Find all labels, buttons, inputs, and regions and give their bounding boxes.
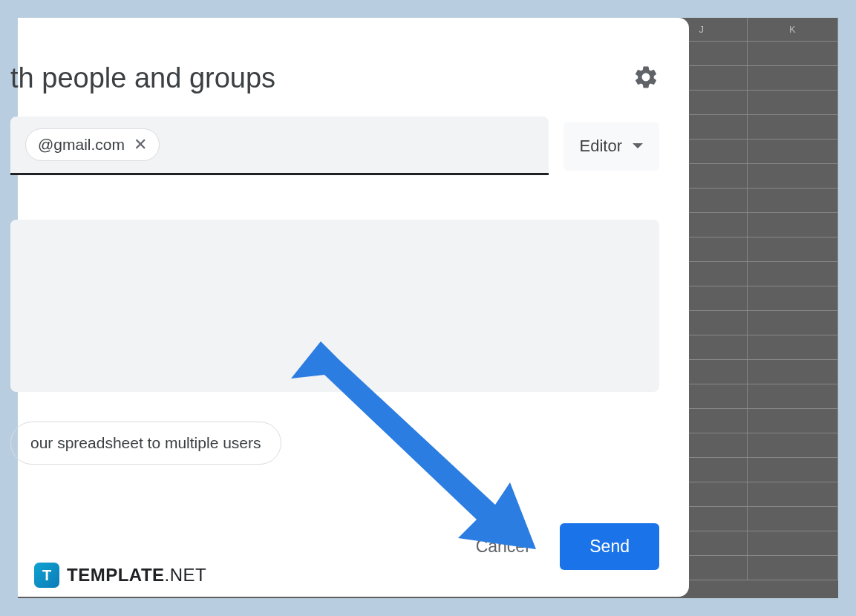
spreadsheet-cell[interactable] xyxy=(748,360,839,384)
spreadsheet-cell[interactable] xyxy=(748,507,839,531)
spreadsheet-cell[interactable] xyxy=(748,458,839,482)
watermark-text: TEMPLATE.NET xyxy=(67,565,206,586)
role-dropdown[interactable]: Editor xyxy=(563,122,659,171)
watermark: T TEMPLATE.NET xyxy=(34,563,206,588)
cancel-button[interactable]: Cancel xyxy=(463,526,543,567)
spreadsheet-cell[interactable] xyxy=(748,115,839,140)
notify-text: our spreadsheet to multiple users xyxy=(30,434,261,451)
email-chip[interactable]: @gmail.com ✕ xyxy=(25,128,160,161)
chevron-down-icon xyxy=(633,143,643,148)
spreadsheet-cell[interactable] xyxy=(748,262,839,286)
column-header-k[interactable]: K xyxy=(748,18,839,42)
dialog-title: th people and groups xyxy=(10,62,275,94)
email-chip-text: @gmail.com xyxy=(38,136,125,154)
spreadsheet-cell[interactable] xyxy=(748,531,839,556)
spreadsheet-cell[interactable] xyxy=(748,384,839,409)
spreadsheet-cell[interactable] xyxy=(748,91,839,115)
spreadsheet-cell[interactable] xyxy=(748,237,839,262)
spreadsheet-cell[interactable] xyxy=(748,335,839,360)
spreadsheet-cell[interactable] xyxy=(748,433,839,458)
message-textarea[interactable] xyxy=(10,220,659,392)
share-dialog: th people and groups @gmail.com ✕ Editor xyxy=(18,18,689,597)
spreadsheet-cell[interactable] xyxy=(748,164,839,189)
spreadsheet-cell[interactable] xyxy=(748,42,839,66)
spreadsheet-cell[interactable] xyxy=(748,556,839,580)
close-icon[interactable]: ✕ xyxy=(134,135,147,154)
role-label: Editor xyxy=(580,137,622,156)
spreadsheet-cell[interactable] xyxy=(748,140,839,164)
spreadsheet-cell[interactable] xyxy=(748,213,839,237)
spreadsheet-cell[interactable] xyxy=(748,311,839,335)
spreadsheet-cell[interactable] xyxy=(748,286,839,311)
notify-chip[interactable]: our spreadsheet to multiple users xyxy=(10,422,281,465)
spreadsheet-cell[interactable] xyxy=(748,66,839,91)
spreadsheet-cell[interactable] xyxy=(748,482,839,507)
watermark-logo-icon: T xyxy=(34,563,59,588)
spreadsheet-cell[interactable] xyxy=(748,409,839,433)
gear-icon[interactable] xyxy=(633,64,659,94)
recipient-input[interactable]: @gmail.com ✕ xyxy=(10,117,549,175)
send-button[interactable]: Send xyxy=(560,523,659,570)
spreadsheet-cell[interactable] xyxy=(748,189,839,213)
